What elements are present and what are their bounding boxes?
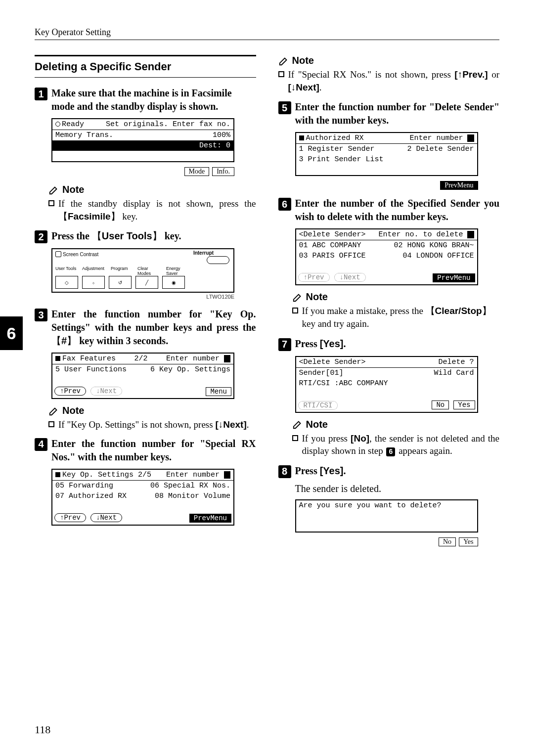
step-badge-6: 6: [278, 198, 291, 211]
section-heading-wrap: Deleting a Specific Sender: [35, 55, 256, 78]
note-heading: Note: [292, 419, 500, 430]
lcd-authorized-rx: Authorized RXEnter number 1 Register Sen…: [295, 132, 478, 176]
mode-button[interactable]: Mode: [184, 167, 210, 176]
step-1-text: Make sure that the machine is in Facsimi…: [51, 87, 256, 113]
lcd-delete-sender-list: <Delete Sender>Enter no. to delete 01 AB…: [295, 228, 478, 285]
lcd-standby: ReadySet originals. Enter fax no. Memory…: [51, 118, 234, 162]
clear-stop-key: Clear/Stop: [426, 306, 491, 316]
page-number: 118: [35, 723, 50, 736]
facsimile-key: Facsimile: [58, 211, 120, 222]
step-badge-4: 4: [35, 438, 47, 451]
step-badge-5: 5: [278, 101, 291, 114]
section-heading: Deleting a Specific Sender: [35, 60, 256, 73]
step-badge-2: 2: [35, 230, 47, 243]
step-badge-3: 3: [35, 309, 47, 321]
note-heading: Note: [278, 55, 500, 66]
pencil-icon: [48, 405, 59, 416]
menu-button[interactable]: Menu: [206, 387, 231, 396]
user-tools-key: User Tools: [92, 230, 162, 241]
step-4: 4 Enter the function number for "Special…: [35, 437, 256, 464]
step-badge-8: 8: [278, 465, 291, 478]
pencil-icon: [48, 184, 59, 195]
step-badge-1: 1: [35, 88, 47, 100]
left-column: Deleting a Specific Sender 1 Make sure t…: [35, 55, 256, 548]
hash-key: #: [51, 335, 77, 346]
prevmenu-button[interactable]: PrevMenu: [440, 181, 478, 190]
next-button[interactable]: ↓Next: [90, 513, 122, 522]
lcd-final-confirm: Are you sure you want to delete?: [295, 499, 478, 533]
note-7: If you press [No], the sender is not del…: [292, 432, 500, 457]
control-panel-diagram: Screen Contrast Interrupt User Tools Adj…: [51, 248, 234, 293]
step-8-sub: The sender is deleted.: [295, 483, 500, 494]
right-column: Note If "Special RX Nos." is not shown, …: [278, 55, 500, 548]
note-heading: Note: [48, 405, 256, 416]
prev-button[interactable]: ↑Prev: [54, 387, 86, 396]
lcd-delete-confirm: <Delete Sender>Delete ? Sender[01]Wild C…: [295, 356, 478, 413]
step-8: 8 Press [Yes].: [278, 464, 500, 478]
step-3: 3 Enter the function number for "Key Op.…: [35, 308, 256, 348]
yes-button[interactable]: Yes: [453, 400, 475, 409]
step-2: 2 Press the User Tools key.: [35, 229, 256, 243]
step-7: 7 Press [Yes].: [278, 337, 500, 351]
step-5: 5 Enter the function number for "Delete …: [278, 100, 500, 127]
lcd-key-op-settings: Key Op. Settings 2/5Enter number 05 Forw…: [51, 469, 234, 526]
info-button[interactable]: Info.: [212, 167, 234, 176]
step-6: 6 Enter the number of the Specified Send…: [278, 197, 500, 223]
pencil-icon: [292, 292, 303, 303]
prevmenu-button[interactable]: PrevMenu: [433, 273, 475, 282]
no-button[interactable]: No: [432, 400, 449, 409]
panel-caption: LTWO120E: [51, 294, 234, 300]
pencil-icon: [278, 55, 289, 66]
note-heading: Note: [292, 291, 500, 303]
step-1: 1 Make sure that the machine is in Facsi…: [35, 87, 256, 113]
lcd-fax-features: Fax Features2/2Enter number 5 User Funct…: [51, 353, 234, 399]
prevmenu-button[interactable]: PrevMenu: [189, 514, 231, 523]
note-3: If "Key Op. Settings" is not shown, pres…: [48, 418, 256, 431]
running-header: Key Operator Setting: [35, 27, 499, 40]
note-1: If the standby display is not shown, pre…: [48, 197, 256, 222]
prev-button[interactable]: ↑Prev: [54, 513, 86, 522]
note-6: If you make a mistake, press the Clear/S…: [292, 305, 500, 330]
note-heading: Note: [48, 184, 256, 195]
yes-button[interactable]: Yes: [459, 537, 478, 546]
chapter-tab: 6: [0, 316, 23, 350]
no-button[interactable]: No: [439, 537, 456, 546]
step-badge-7: 7: [278, 338, 291, 351]
note-top: If "Special RX Nos." is not shown, press…: [278, 68, 500, 93]
pencil-icon: [292, 419, 303, 430]
